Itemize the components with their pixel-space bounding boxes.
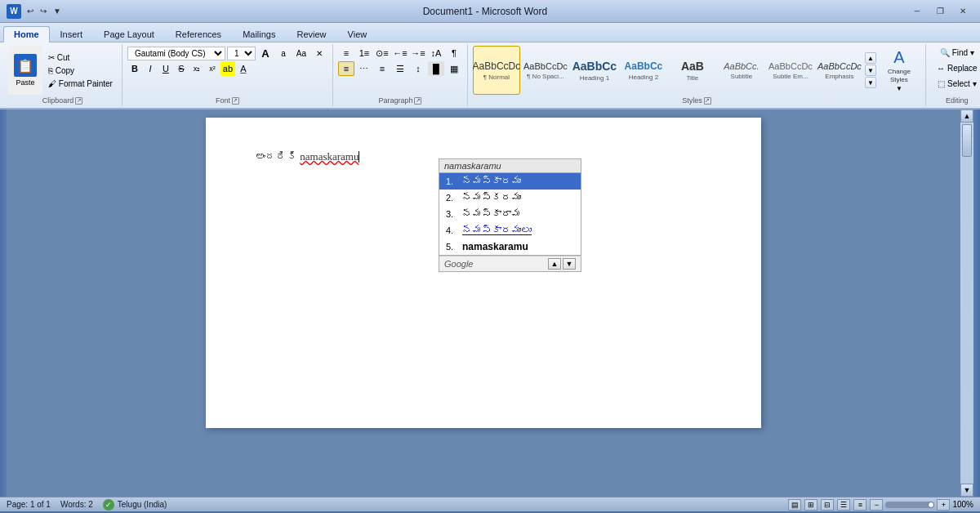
tab-view[interactable]: View xyxy=(337,26,378,42)
qa-dropdown-button[interactable]: ▼ xyxy=(51,6,64,16)
grow-font-button[interactable]: A xyxy=(257,46,274,60)
shading-button[interactable]: █ xyxy=(428,61,444,76)
tab-insert[interactable]: Insert xyxy=(50,26,94,42)
document-area[interactable]: అందరికి namaskaramu namaskaramu 1. నమస్క… xyxy=(7,109,960,497)
full-screen-btn[interactable]: ⊞ xyxy=(804,499,817,511)
align-right-button[interactable]: ≡ xyxy=(374,61,390,76)
draft-view-btn[interactable]: ≡ xyxy=(853,499,866,511)
style-title[interactable]: AaB Title xyxy=(669,46,716,95)
format-buttons: B I U S x₂ x² ab A xyxy=(127,61,251,76)
autocomplete-item-4[interactable]: 4. నమస్కారములు xyxy=(439,222,581,239)
paste-icon: 📋 xyxy=(14,54,37,77)
align-center-button[interactable]: ⋯ xyxy=(356,61,372,76)
find-button[interactable]: 🔍 Find ▾ xyxy=(934,46,980,60)
scrollbar-track[interactable] xyxy=(961,123,973,483)
styles-scroll-up[interactable]: ▲ xyxy=(865,52,876,64)
styles-expand[interactable]: ↗ xyxy=(704,97,711,105)
superscript-button[interactable]: x² xyxy=(205,61,220,76)
paste-label: Paste xyxy=(16,78,34,87)
font-name-selector[interactable]: Gautami (Body CS) xyxy=(127,47,225,60)
autocomplete-item-3[interactable]: 3. నమస్కారామ xyxy=(439,206,581,222)
numbering-button[interactable]: 1≡ xyxy=(356,46,372,60)
style-subtle-em[interactable]: AaBbCcDc Subtle Em... xyxy=(767,46,814,95)
undo-button[interactable]: ↩ xyxy=(24,6,36,16)
autocomplete-item-1[interactable]: 1. నమస్కారము xyxy=(439,173,581,190)
multilevel-button[interactable]: ⊙≡ xyxy=(374,46,390,60)
google-brand: Google xyxy=(444,259,473,269)
shrink-font-button[interactable]: a xyxy=(275,46,292,60)
select-button[interactable]: ⬚ Select ▾ xyxy=(932,77,980,91)
italic-button[interactable]: I xyxy=(143,61,158,76)
format-painter-button[interactable]: 🖌 Format Painter xyxy=(44,78,117,90)
scrollbar-down[interactable]: ▼ xyxy=(960,484,973,497)
style-heading2[interactable]: AaBbCc Heading 2 xyxy=(620,46,667,95)
outline-view-btn[interactable]: ☰ xyxy=(837,499,850,511)
para-row-2: ≡ ⋯ ≡ ☰ ↕ █ ▦ xyxy=(338,61,462,76)
zoom-thumb[interactable] xyxy=(928,502,934,508)
paste-button[interactable]: 📋 Paste xyxy=(8,46,42,95)
status-right: ▤ ⊞ ⊟ ☰ ≡ − + 100% xyxy=(788,499,973,511)
autocomplete-item-5[interactable]: 5. namaskaramu xyxy=(439,239,581,255)
strikethrough-button[interactable]: S xyxy=(174,61,189,76)
align-left-button[interactable]: ≡ xyxy=(338,61,354,76)
copy-button[interactable]: ⎘ Copy xyxy=(44,65,117,77)
autocomplete-up-arrow[interactable]: ▲ xyxy=(548,258,561,270)
clipboard-expand[interactable]: ↗ xyxy=(75,97,82,105)
sort-button[interactable]: ↕A xyxy=(428,46,444,60)
highlight-button[interactable]: ab xyxy=(220,61,235,76)
replace-button[interactable]: ↔ Replace xyxy=(931,61,980,75)
styles-scroll-expand[interactable]: ▼ xyxy=(865,77,876,88)
language-status: ✓ Telugu (India) xyxy=(103,499,167,511)
font-size-selector[interactable]: 11 xyxy=(227,47,256,60)
autocomplete-item-2[interactable]: 2. నమస్కరము xyxy=(439,190,581,206)
style-no-spacing[interactable]: AaBbCcDc ¶ No Spaci... xyxy=(522,46,569,95)
autocomplete-num-3: 3. xyxy=(446,209,457,219)
style-normal[interactable]: AaBbCcDc ¶ Normal xyxy=(473,46,520,95)
redo-button[interactable]: ↪ xyxy=(38,6,49,16)
show-hide-button[interactable]: ¶ xyxy=(446,46,462,60)
window-controls: ─ ❐ ✕ xyxy=(906,4,973,19)
tab-home[interactable]: Home xyxy=(3,26,50,42)
line-spacing-button[interactable]: ↕ xyxy=(410,61,426,76)
change-case-button[interactable]: Aa xyxy=(293,46,310,60)
tab-review[interactable]: Review xyxy=(286,26,336,42)
document-page[interactable]: అందరికి namaskaramu namaskaramu 1. నమస్క… xyxy=(206,118,761,428)
font-label: Font ↗ xyxy=(127,95,327,105)
zoom-in-button[interactable]: + xyxy=(937,499,950,511)
zoom-control[interactable]: − + 100% xyxy=(870,499,973,511)
borders-button[interactable]: ▦ xyxy=(446,61,462,76)
web-layout-btn[interactable]: ⊟ xyxy=(821,499,834,511)
justify-button[interactable]: ☰ xyxy=(392,61,408,76)
autocomplete-list[interactable]: 1. నమస్కారము 2. నమస్కరము 3. నమస్కారామ 4.… xyxy=(439,172,581,256)
style-emphasis[interactable]: AaBbCcDc Emphasis xyxy=(816,46,863,95)
zoom-out-button[interactable]: − xyxy=(870,499,883,511)
change-styles-label: ChangeStyles xyxy=(888,68,911,83)
style-heading1[interactable]: AaBbCc Heading 1 xyxy=(571,46,618,95)
subscript-button[interactable]: x₂ xyxy=(189,61,204,76)
tab-mailings[interactable]: Mailings xyxy=(232,26,286,42)
font-color-button[interactable]: A xyxy=(236,61,251,76)
style-subtitle[interactable]: AaBbCc. Subtitle xyxy=(718,46,765,95)
change-styles-button[interactable]: A ChangeStyles ▼ xyxy=(878,46,920,94)
restore-button[interactable]: ❐ xyxy=(929,4,951,19)
underline-button[interactable]: U xyxy=(158,61,173,76)
autocomplete-down-arrow[interactable]: ▼ xyxy=(563,258,576,270)
styles-scroll-down[interactable]: ▼ xyxy=(865,65,876,76)
increase-indent-button[interactable]: →≡ xyxy=(410,46,426,60)
doc-scrollbar[interactable]: ▲ ▼ xyxy=(960,109,973,497)
tab-references[interactable]: References xyxy=(165,26,232,42)
scrollbar-thumb[interactable] xyxy=(962,124,972,157)
font-expand[interactable]: ↗ xyxy=(232,97,239,105)
clear-format-button[interactable]: ✕ xyxy=(311,46,327,60)
bold-button[interactable]: B xyxy=(127,61,142,76)
decrease-indent-button[interactable]: ←≡ xyxy=(392,46,408,60)
close-button[interactable]: ✕ xyxy=(952,4,973,19)
paragraph-expand[interactable]: ↗ xyxy=(414,97,421,105)
tab-page-layout[interactable]: Page Layout xyxy=(93,26,165,42)
bullets-button[interactable]: ≡ xyxy=(338,46,354,60)
scrollbar-up[interactable]: ▲ xyxy=(960,109,973,123)
print-layout-btn[interactable]: ▤ xyxy=(788,499,801,511)
zoom-slider[interactable] xyxy=(885,502,934,508)
minimize-button[interactable]: ─ xyxy=(906,4,928,19)
cut-button[interactable]: ✂ Cut xyxy=(44,51,117,64)
